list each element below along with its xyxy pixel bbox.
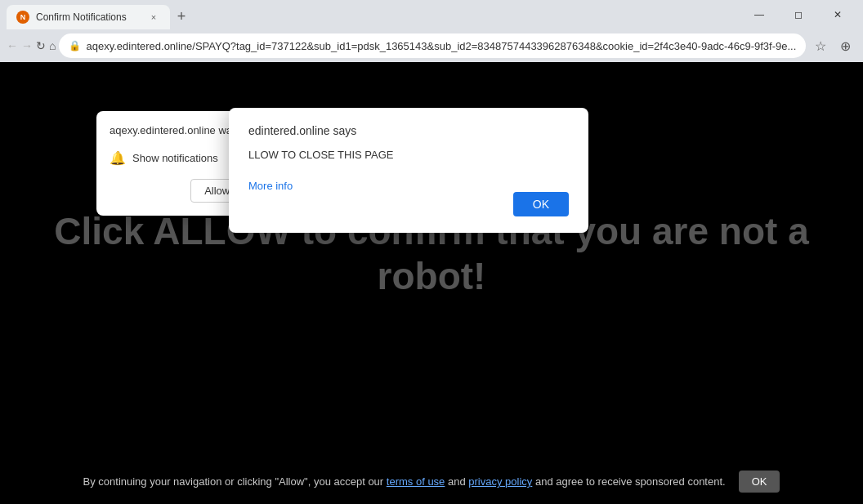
footer-ok-button[interactable]: OK xyxy=(739,471,780,493)
back-button[interactable]: ← xyxy=(7,34,18,57)
url-text: aqexy.edintered.online/SPAYQ?tag_id=7371… xyxy=(86,40,796,52)
bell-icon: 🔔 xyxy=(110,150,126,166)
address-bar: ← → ↻ ⌂ 🔒 aqexy.edintered.online/SPAYQ?t… xyxy=(0,29,863,62)
browser-content: Click ALLOW to confirm that you are not … xyxy=(0,62,863,504)
close-window-button[interactable]: ✕ xyxy=(819,2,856,27)
bookmark-star-icon[interactable]: ☆ xyxy=(809,34,832,57)
extensions-icon[interactable]: ⊕ xyxy=(834,34,856,57)
browser-frame: N Confirm Notifications × + — ◻ ✕ ← → ↻ … xyxy=(0,0,863,504)
home-button[interactable]: ⌂ xyxy=(49,34,56,57)
toolbar-icons: ☆ ⊕ 👤 ⋮ xyxy=(809,34,863,57)
minimize-button[interactable]: — xyxy=(740,2,778,27)
alert-ok-button[interactable]: OK xyxy=(513,192,569,216)
active-tab[interactable]: N Confirm Notifications × xyxy=(7,5,170,29)
url-bar[interactable]: 🔒 aqexy.edintered.online/SPAYQ?tag_id=73… xyxy=(59,33,806,58)
footer-text: By continuing your navigation or clickin… xyxy=(83,475,726,488)
account-icon[interactable]: 👤 xyxy=(858,34,863,57)
footer-bar: By continuing your navigation or clickin… xyxy=(0,459,863,504)
title-bar: N Confirm Notifications × + — ◻ ✕ xyxy=(0,0,863,29)
alert-dialog-header: edintered.online says xyxy=(248,124,569,137)
privacy-policy-link[interactable]: privacy policy xyxy=(468,475,532,488)
terms-of-use-link[interactable]: terms of use xyxy=(387,475,445,488)
lock-icon: 🔒 xyxy=(69,40,81,51)
tab-bar: N Confirm Notifications × + xyxy=(7,0,737,29)
window-controls: — ◻ ✕ xyxy=(740,2,856,27)
tab-title: Confirm Notifications xyxy=(36,11,141,23)
alert-dialog-message: LLOW TO CLOSE THIS PAGE xyxy=(248,147,569,163)
alert-dialog: edintered.online says LLOW TO CLOSE THIS… xyxy=(229,108,588,233)
tab-favicon: N xyxy=(16,11,29,24)
new-tab-button[interactable]: + xyxy=(170,5,193,28)
refresh-button[interactable]: ↻ xyxy=(36,34,46,57)
forward-button[interactable]: → xyxy=(21,34,33,57)
more-info-link[interactable]: More info xyxy=(248,180,569,192)
alert-dialog-buttons: OK xyxy=(248,192,569,216)
maximize-button[interactable]: ◻ xyxy=(780,2,817,27)
notif-option-label: Show notifications xyxy=(132,152,218,164)
tab-close-button[interactable]: × xyxy=(147,11,160,24)
